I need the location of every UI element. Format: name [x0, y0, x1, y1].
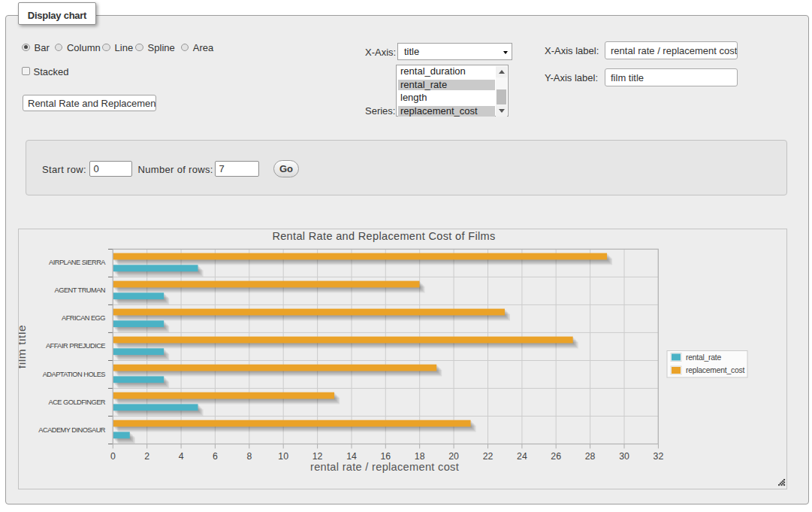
- svg-text:Rental Rate and Replacement Co: Rental Rate and Replacement Cost of Film…: [272, 230, 495, 242]
- svg-text:ACE GOLDFINGER: ACE GOLDFINGER: [49, 398, 106, 406]
- svg-text:26: 26: [551, 451, 561, 462]
- svg-text:32: 32: [654, 451, 664, 462]
- svg-text:24: 24: [517, 451, 527, 462]
- svg-text:ADAPTATION HOLES: ADAPTATION HOLES: [43, 371, 106, 378]
- svg-text:AIRPLANE SIERRA: AIRPLANE SIERRA: [49, 259, 106, 266]
- svg-text:10: 10: [278, 451, 288, 462]
- svg-text:rental_rate: rental_rate: [686, 353, 721, 362]
- svg-text:8: 8: [246, 451, 252, 462]
- svg-text:ACADEMY DINOSAUR: ACADEMY DINOSAUR: [38, 426, 105, 434]
- svg-text:film title: film title: [19, 325, 28, 369]
- svg-text:6: 6: [213, 451, 218, 462]
- svg-text:AFFAIR PREJUDICE: AFFAIR PREJUDICE: [46, 342, 105, 350]
- svg-text:AGENT TRUMAN: AGENT TRUMAN: [55, 286, 105, 294]
- svg-text:rental rate / replacement cost: rental rate / replacement cost: [310, 461, 459, 473]
- svg-text:0: 0: [110, 451, 116, 462]
- svg-text:replacement_cost: replacement_cost: [686, 366, 744, 374]
- svg-text:AFRICAN EGG: AFRICAN EGG: [62, 314, 105, 322]
- svg-text:4: 4: [179, 451, 184, 462]
- svg-text:22: 22: [483, 451, 494, 462]
- svg-text:30: 30: [619, 451, 629, 462]
- svg-text:28: 28: [585, 451, 596, 462]
- svg-text:2: 2: [144, 451, 149, 462]
